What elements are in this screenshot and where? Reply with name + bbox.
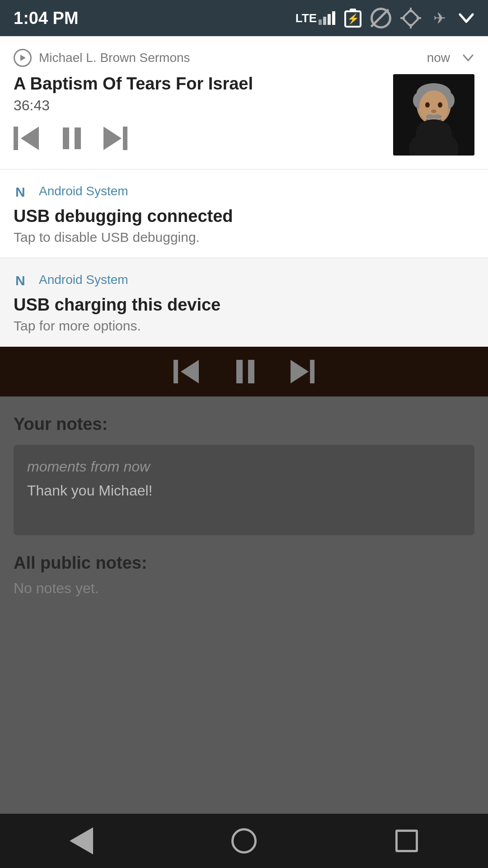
media-thumbnail <box>393 74 474 156</box>
mini-pause-button[interactable] <box>236 360 254 383</box>
signal-bar-2 <box>323 17 326 25</box>
usb-charge-header: N Android System <box>14 271 474 289</box>
status-icons: LTE ⚡ ✈ <box>296 8 474 28</box>
back-button[interactable] <box>54 823 108 859</box>
media-notif-header: Michael L. Brown Sermons now <box>14 49 474 67</box>
media-pause-button[interactable] <box>63 127 81 149</box>
dnd-icon <box>371 8 391 28</box>
media-notification[interactable]: Michael L. Brown Sermons now A Baptism O… <box>0 36 488 170</box>
public-notes-label: All public notes: <box>14 553 474 573</box>
android-system-icon-2: N <box>14 271 32 289</box>
status-bar: 1:04 PM LTE ⚡ <box>0 0 488 36</box>
signal-bar-1 <box>319 19 322 25</box>
media-title: A Baptism Of Tears For Israel <box>14 74 384 94</box>
notes-content: Thank you Michael! <box>27 482 461 499</box>
media-text: A Baptism Of Tears For Israel 36:43 <box>14 74 384 150</box>
app-background: Your notes: moments from now Thank you M… <box>0 347 488 615</box>
notes-input-area[interactable]: moments from now Thank you Michael! <box>14 445 474 535</box>
svg-marker-9 <box>20 55 26 61</box>
usb-debugging-notification[interactable]: N Android System USB debugging connected… <box>0 170 488 258</box>
media-expand-icon[interactable] <box>462 52 474 64</box>
mini-prev-button[interactable] <box>174 360 200 383</box>
airplane-icon: ✈ <box>430 9 449 28</box>
svg-point-18 <box>431 109 436 113</box>
mini-player-bar <box>0 347 488 396</box>
lte-label: LTE <box>296 11 317 25</box>
usb-debug-app-name: Android System <box>39 184 128 198</box>
usb-charge-app-name: Android System <box>39 273 128 287</box>
svg-point-15 <box>419 90 448 123</box>
media-app-name: Michael L. Brown Sermons <box>39 51 420 65</box>
media-play-small-icon <box>14 49 32 67</box>
svg-point-20 <box>433 114 442 119</box>
media-duration: 36:43 <box>14 97 384 114</box>
usb-charging-notification[interactable]: N Android System USB charging this devic… <box>0 258 488 347</box>
app-content: Your notes: moments from now Thank you M… <box>0 396 488 615</box>
svg-rect-1 <box>350 9 356 11</box>
signal-bars <box>319 11 335 25</box>
usb-charge-desc: Tap for more options. <box>14 318 474 334</box>
recents-button[interactable] <box>380 823 434 859</box>
battery-icon: ⚡ <box>344 8 361 28</box>
status-time: 1:04 PM <box>14 9 79 28</box>
media-prev-button[interactable] <box>14 127 40 150</box>
media-next-button[interactable] <box>103 127 127 150</box>
media-content: A Baptism Of Tears For Israel 36:43 <box>14 74 474 156</box>
rotate-icon <box>400 8 421 28</box>
usb-debug-desc: Tap to disable USB debugging. <box>14 230 474 245</box>
notes-placeholder: moments from now <box>27 458 461 475</box>
usb-debug-header: N Android System <box>14 182 474 200</box>
usb-debug-title: USB debugging connected <box>14 207 474 226</box>
svg-point-17 <box>438 102 442 108</box>
usb-charge-title: USB charging this device <box>14 295 474 315</box>
mini-next-button[interactable] <box>291 360 314 383</box>
back-icon <box>70 827 93 854</box>
notification-panel: Michael L. Brown Sermons now A Baptism O… <box>0 36 488 347</box>
lte-signal-icon: LTE <box>296 11 335 25</box>
no-notes-text: No notes yet. <box>14 580 474 597</box>
svg-text:N: N <box>15 273 25 288</box>
svg-rect-3 <box>403 10 419 27</box>
svg-text:✈: ✈ <box>433 9 446 27</box>
home-button[interactable] <box>217 823 271 859</box>
media-controls <box>14 127 384 150</box>
svg-point-16 <box>425 102 430 108</box>
svg-text:N: N <box>15 184 25 199</box>
bottom-nav <box>0 814 488 868</box>
signal-bar-4 <box>332 11 335 25</box>
home-icon <box>231 828 257 854</box>
media-notif-time: now <box>427 51 450 65</box>
your-notes-label: Your notes: <box>14 415 474 434</box>
svg-text:⚡: ⚡ <box>347 13 360 25</box>
android-system-icon: N <box>14 182 32 200</box>
signal-bar-3 <box>328 14 331 25</box>
expand-chevron-icon[interactable] <box>458 10 474 26</box>
recents-icon <box>395 830 418 852</box>
svg-point-22 <box>416 119 452 146</box>
